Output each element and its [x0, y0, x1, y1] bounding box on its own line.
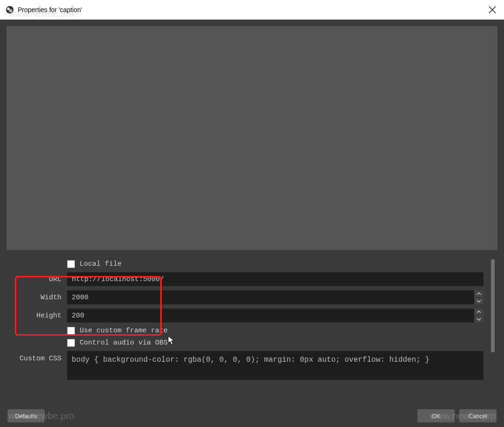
height-label: Height [7, 312, 67, 320]
height-row: Height [7, 309, 484, 323]
defaults-button[interactable]: Defaults [7, 409, 45, 422]
local-file-label[interactable]: Local file [80, 260, 122, 268]
height-spinner-down-icon[interactable] [474, 316, 484, 323]
local-file-checkbox[interactable] [67, 260, 75, 268]
close-icon[interactable] [488, 6, 497, 14]
custom-css-row: Custom CSS [7, 351, 484, 380]
width-spinner-down-icon[interactable] [474, 298, 484, 305]
svg-point-2 [9, 9, 13, 13]
preview-area [7, 26, 497, 250]
audio-row: Control audio via OBS [7, 339, 484, 347]
height-spinner-up-icon[interactable] [474, 309, 484, 316]
audio-label[interactable]: Control audio via OBS [80, 339, 168, 347]
cancel-button[interactable]: Cancel [459, 409, 497, 422]
titlebar: Properties for 'caption' [0, 0, 504, 20]
height-input[interactable] [67, 309, 474, 323]
width-row: Width [7, 290, 484, 304]
scrollbar[interactable] [491, 259, 495, 352]
width-spinner-up-icon[interactable] [474, 290, 484, 298]
url-input[interactable] [67, 272, 484, 286]
audio-checkbox[interactable] [67, 339, 75, 347]
ok-button[interactable]: OK [417, 409, 455, 422]
settings-area: Local file URL Width [0, 256, 504, 405]
button-bar: Defaults OK Cancel [0, 405, 504, 427]
width-spinner [474, 290, 484, 304]
url-row: URL [7, 272, 484, 286]
custom-css-label: Custom CSS [7, 351, 67, 363]
framerate-label[interactable]: Use custom frame rate [80, 327, 168, 335]
url-label: URL [7, 275, 67, 283]
property-form: Local file URL Width [7, 256, 484, 380]
width-input[interactable] [67, 290, 474, 304]
framerate-row: Use custom frame rate [7, 327, 484, 335]
window-title: Properties for 'caption' [18, 6, 82, 14]
custom-css-input[interactable] [67, 351, 484, 380]
framerate-checkbox[interactable] [67, 327, 75, 335]
height-spinner [474, 309, 484, 323]
window-body: Local file URL Width [0, 20, 504, 427]
local-file-row: Local file [7, 260, 484, 268]
app-icon [6, 6, 14, 14]
width-label: Width [7, 294, 67, 302]
